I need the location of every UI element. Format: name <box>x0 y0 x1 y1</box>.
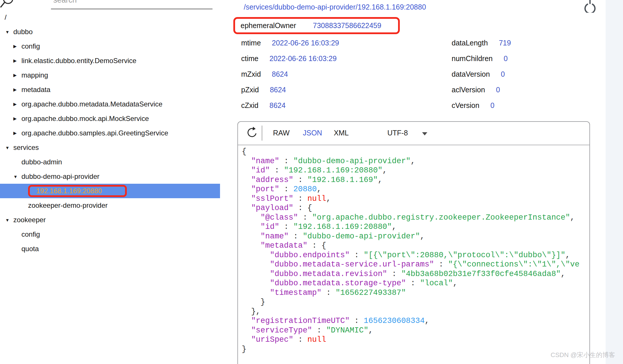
json-viewer[interactable]: { "name" : "dubbo-demo-api-provider", "i… <box>238 145 589 354</box>
code-line: "name" : "dubbo-demo-api-provider", <box>242 232 589 241</box>
caret-expanded-icon[interactable]: ▼ <box>5 145 12 150</box>
stat-label: aclVersion <box>452 86 485 94</box>
code-line: "name" : "dubbo-demo-api-provider", <box>242 157 589 166</box>
caret-collapsed-icon[interactable]: ▶ <box>13 44 20 49</box>
code-line: "dubbo.endpoints" : "[{\"port\":20880,\"… <box>242 251 589 260</box>
tree-item-org-apache-dubbo-metadata-metadataservice[interactable]: ▶org.apache.dubbo.metadata.MetadataServi… <box>0 97 220 111</box>
code-line: } <box>242 297 589 307</box>
stat-label: mtime <box>241 39 261 47</box>
tree-item-zookeeper[interactable]: ▼zookeeper <box>0 213 220 227</box>
refresh-icon[interactable] <box>245 127 258 139</box>
tree-item-dubbo[interactable]: ▼dubbo <box>0 25 220 39</box>
tree-item-metadata[interactable]: ▶metadata <box>0 82 220 97</box>
stat-value: 0 <box>490 101 494 110</box>
chevron-down-icon[interactable] <box>422 132 427 135</box>
right-edge-strip <box>606 0 623 364</box>
code-line: "serviceType" : "DYNAMIC", <box>242 326 589 335</box>
caret-collapsed-icon[interactable]: ▶ <box>13 87 20 92</box>
tree-item-label: dubbo-demo-api-provider <box>21 172 99 181</box>
stat-row-ctime: ctime2022-06-26 16:03:29 <box>241 54 339 63</box>
tree-item-dubbo-demo-api-provider[interactable]: ▼dubbo-demo-api-provider <box>0 169 220 184</box>
stat-label: dataVersion <box>452 70 490 78</box>
tree: ▼/▼dubbo▶config▶link.elastic.dubbo.entit… <box>0 10 220 256</box>
tree-item-dubbo-admin[interactable]: dubbo-admin <box>0 155 220 169</box>
tree-item-config[interactable]: config <box>0 227 220 242</box>
stat-label: numChildren <box>452 54 493 63</box>
code-line: "sslPort" : null, <box>242 194 589 204</box>
stat-row-aclversion: aclVersion0 <box>452 85 511 94</box>
stat-row-mzxid: mZxid8624 <box>241 70 339 78</box>
node-stats-right: dataLength719numChildren0dataVersion0acl… <box>452 38 511 117</box>
tree-item-192-168-1-169-20880[interactable]: 192.168.1.169:20880 <box>0 184 220 198</box>
code-line: "payload" : { <box>242 203 589 213</box>
tree-item-org-apache-dubbo-mock-api-mockservice[interactable]: ▶org.apache.dubbo.mock.api.MockService <box>0 111 220 126</box>
tree-item-services[interactable]: ▼services <box>0 140 220 155</box>
data-panel-toolbar: RAWJSONXML UTF-8 <box>238 122 589 145</box>
stat-value: 8624 <box>270 86 286 94</box>
tab-json[interactable]: JSON <box>303 129 322 137</box>
tree-item-label: org.apache.dubbo.samples.api.GreetingSer… <box>21 129 168 137</box>
stat-value: 8624 <box>270 101 286 110</box>
tree-item-label: zookeeper <box>13 216 46 224</box>
caret-collapsed-icon[interactable]: ▶ <box>13 116 20 121</box>
code-line: "uriSpec" : null <box>242 335 589 345</box>
tree-item-[interactable]: ▼/ <box>0 10 220 25</box>
code-line: { <box>242 147 589 157</box>
tree-item-label: / <box>5 13 7 21</box>
code-line: "timestamp" : "1656227493387" <box>242 288 589 298</box>
caret-expanded-icon[interactable]: ▼ <box>0 15 3 20</box>
code-line: "metadata" : { <box>242 241 589 251</box>
stat-value: 0 <box>496 86 500 94</box>
code-line: "registrationTimeUTC" : 1656230608334, <box>242 316 589 326</box>
tree-item-label: org.apache.dubbo.mock.api.MockService <box>21 115 149 123</box>
tree-item-label: org.apache.dubbo.metadata.MetadataServic… <box>21 100 162 108</box>
tree-item-label-annotated: 192.168.1.169:20880 <box>28 185 127 197</box>
stat-row-mtime: mtime2022-06-26 16:03:29 <box>241 38 339 47</box>
zookeeper-client-window: ▼/▼dubbo▶config▶link.elastic.dubbo.entit… <box>0 0 623 364</box>
stat-value: 2022-06-26 16:03:29 <box>272 39 339 47</box>
tree-item-link-elastic-dubbo-entity-demoservice[interactable]: ▶link.elastic.dubbo.entity.DemoService <box>0 54 220 68</box>
code-line: "port" : 20880, <box>242 185 589 194</box>
code-line: "id" : "192.168.1.169:20880", <box>242 166 589 175</box>
tree-item-label: link.elastic.dubbo.entity.DemoService <box>21 57 136 65</box>
caret-collapsed-icon[interactable]: ▶ <box>13 102 20 107</box>
ephemeral-owner-value: 73088337586622459 <box>313 21 381 30</box>
tab-xml[interactable]: XML <box>334 129 349 137</box>
power-icon[interactable] <box>582 0 598 13</box>
tree-item-label: metadata <box>21 86 50 94</box>
tree-item-mapping[interactable]: ▶mapping <box>0 68 220 82</box>
node-stats-left: mtime2022-06-26 16:03:29ctime2022-06-26 … <box>241 38 339 117</box>
stat-row-czxid: cZxid8624 <box>241 101 339 110</box>
ephemeral-owner-annotation: ephemeralOwner 73088337586622459 <box>233 17 400 34</box>
encoding-select[interactable]: UTF-8 <box>387 129 408 137</box>
caret-expanded-icon[interactable]: ▼ <box>5 218 12 223</box>
tree-item-zookeeper-demo-provider[interactable]: zookeeper-demo-provider <box>0 198 220 213</box>
watermark: CSDN @宋小生的博客 <box>551 351 615 359</box>
code-line: "id" : "192.168.1.169:20880", <box>242 222 589 232</box>
stat-row-dataversion: dataVersion0 <box>452 70 511 78</box>
caret-expanded-icon[interactable]: ▼ <box>5 30 12 34</box>
tree-item-label: zookeeper-demo-provider <box>28 201 108 209</box>
code-line: } <box>242 345 589 354</box>
stat-label: pZxid <box>241 86 259 94</box>
tree-item-quota[interactable]: quota <box>0 242 220 256</box>
tree-item-label: mapping <box>21 71 48 79</box>
tab-raw[interactable]: RAW <box>273 129 289 137</box>
ephemeral-owner-label: ephemeralOwner <box>241 21 296 30</box>
caret-collapsed-icon[interactable]: ▶ <box>13 58 20 63</box>
caret-expanded-icon[interactable]: ▼ <box>13 174 20 179</box>
stat-row-numchildren: numChildren0 <box>452 54 511 63</box>
code-line: "address" : "192.168.1.169", <box>242 175 589 185</box>
tree-item-label: config <box>21 42 40 50</box>
stat-label: cZxid <box>241 101 259 110</box>
caret-collapsed-icon[interactable]: ▶ <box>13 130 20 136</box>
stat-row-datalength: dataLength719 <box>452 38 511 47</box>
toolbar-divider <box>262 126 262 141</box>
tree-item-label: dubbo-admin <box>21 158 62 166</box>
tree-item-label: config <box>21 230 40 238</box>
tree-item-config[interactable]: ▶config <box>0 39 220 54</box>
search-input[interactable] <box>53 0 204 5</box>
search-underline <box>51 9 212 9</box>
caret-collapsed-icon[interactable]: ▶ <box>13 73 20 78</box>
tree-item-org-apache-dubbo-samples-api-greetingservice[interactable]: ▶org.apache.dubbo.samples.api.GreetingSe… <box>0 126 220 140</box>
